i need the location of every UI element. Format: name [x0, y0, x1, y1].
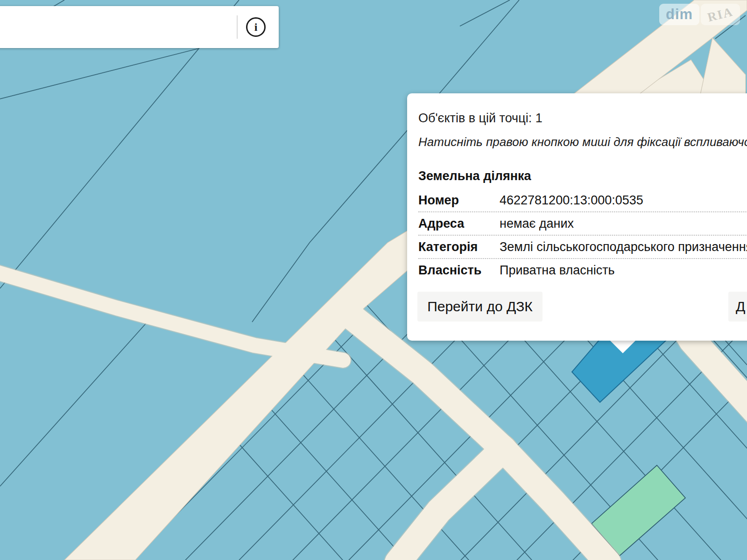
go-to-dzk-button[interactable]: Перейти до ДЗК — [417, 292, 543, 322]
search-divider — [237, 15, 238, 39]
row-label: Адреса — [418, 217, 500, 231]
row-value: Землі сільськогосподарського призначення — [500, 240, 747, 254]
row-value: немає даних — [500, 217, 574, 231]
row-value: Приватна власність — [500, 263, 615, 278]
info-button[interactable]: i — [245, 16, 267, 38]
parcel-info-popup: Об'єктів в цій точці: 1 Натисніть правою… — [407, 93, 747, 341]
table-row: Власність Приватна власність — [418, 259, 747, 281]
row-value: 4622781200:13:000:0535 — [500, 193, 643, 208]
info-icon: i — [246, 17, 266, 37]
table-row: Адреса немає даних — [418, 212, 747, 236]
parcel-section-title: Земельна ділянка — [418, 169, 747, 183]
table-row: Номер 4622781200:13:000:0535 — [418, 189, 747, 212]
secondary-action-button-truncated[interactable]: Д — [728, 292, 747, 322]
row-label: Категорія — [418, 240, 500, 254]
popup-hint-text: Натисніть правою кнопкою миші для фіксац… — [418, 135, 747, 149]
objects-count-text: Об'єктів в цій точці: 1 — [418, 111, 747, 126]
popup-actions: Перейти до ДЗК Д — [407, 292, 747, 322]
parcel-info-table: Номер 4622781200:13:000:0535 Адреса нема… — [418, 189, 747, 281]
search-input[interactable] — [0, 11, 237, 43]
row-label: Номер — [418, 193, 500, 208]
table-row: Категорія Землі сільськогосподарського п… — [418, 236, 747, 259]
search-bar: i — [0, 6, 279, 48]
row-label: Власність — [418, 263, 500, 278]
